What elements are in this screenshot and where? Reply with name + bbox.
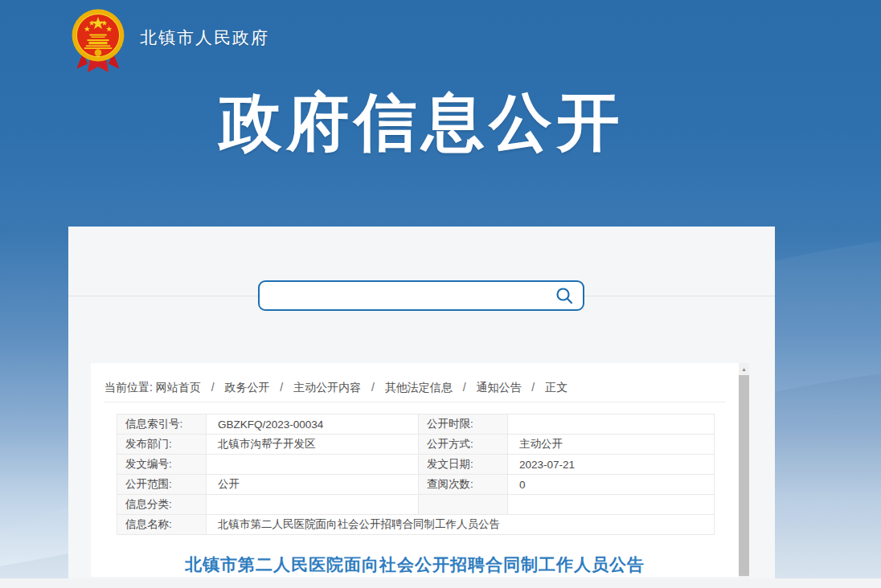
meta-value [207, 455, 419, 475]
meta-label: 信息索引号: [117, 414, 207, 435]
breadcrumb-item-active-disclosure[interactable]: 主动公开内容 [293, 381, 361, 394]
meta-label: 公开时限: [419, 414, 508, 435]
table-row: 发文编号: 发文日期: 2023-07-21 [117, 455, 715, 475]
site-brand[interactable]: 北镇市人民政府 [69, 5, 269, 76]
breadcrumb-item-current: 正文 [545, 381, 568, 394]
meta-value: 0 [508, 475, 715, 495]
meta-label: 公开范围: [117, 475, 207, 495]
meta-value: GBZKFQ/2023-00034 [207, 414, 419, 435]
meta-label: 公开方式: [419, 435, 508, 455]
national-emblem-logo [69, 6, 127, 75]
meta-label: 查阅次数: [419, 475, 508, 495]
meta-value: 北镇市沟帮子开发区 [207, 435, 419, 455]
meta-label: 发文日期: [419, 455, 508, 475]
meta-value [508, 495, 715, 515]
search-box [258, 280, 584, 311]
breadcrumb-item-home[interactable]: 网站首页 [156, 381, 201, 394]
breadcrumb-item-gov-open[interactable]: 政务公开 [224, 381, 269, 394]
meta-value: 公开 [207, 475, 419, 495]
meta-value [207, 495, 419, 515]
article-scroll-area: 当前位置: 网站首页 / 政务公开 / 主动公开内容 / 其他法定信息 / 通知… [91, 363, 749, 577]
table-row: 信息名称: 北镇市第二人民医院面向社会公开招聘合同制工作人员公告 [117, 515, 715, 535]
info-meta-table: 信息索引号: GBZKFQ/2023-00034 公开时限: 发布部门: 北镇市… [117, 414, 715, 535]
table-row: 发布部门: 北镇市沟帮子开发区 公开方式: 主动公开 [117, 435, 715, 455]
breadcrumb-item-notices[interactable]: 通知公告 [476, 381, 521, 394]
meta-label: 发布部门: [117, 435, 207, 455]
site-name: 北镇市人民政府 [140, 27, 269, 49]
breadcrumb: 当前位置: 网站首页 / 政务公开 / 主动公开内容 / 其他法定信息 / 通知… [91, 363, 739, 394]
scrollbar-up-arrow-icon[interactable]: ▲ [739, 363, 749, 375]
meta-value [508, 414, 715, 435]
breadcrumb-item-other-legal-info[interactable]: 其他法定信息 [385, 381, 453, 394]
meta-label [419, 495, 508, 515]
table-row: 信息索引号: GBZKFQ/2023-00034 公开时限: [117, 414, 715, 435]
meta-label: 信息分类: [117, 495, 207, 515]
breadcrumb-divider [104, 402, 726, 402]
inner-scrollbar[interactable]: ▲ [739, 363, 749, 578]
meta-label: 信息名称: [117, 515, 207, 535]
breadcrumb-separator: / [280, 381, 283, 394]
search-icon [555, 286, 574, 305]
breadcrumb-separator: / [211, 381, 215, 394]
content-panel: 当前位置: 网站首页 / 政务公开 / 主动公开内容 / 其他法定信息 / 通知… [68, 227, 775, 578]
page-title: 政府信息公开 [68, 85, 775, 159]
meta-value: 主动公开 [508, 435, 715, 455]
breadcrumb-separator: / [371, 381, 375, 394]
table-row: 信息分类: [117, 495, 715, 515]
article-title: 北镇市第二人民医院面向社会公开招聘合同制工作人员公告 [91, 553, 739, 576]
article-content-box: 当前位置: 网站首页 / 政务公开 / 主动公开内容 / 其他法定信息 / 通知… [91, 363, 739, 577]
table-row: 公开范围: 公开 查阅次数: 0 [117, 475, 715, 495]
meta-value-info-name: 北镇市第二人民医院面向社会公开招聘合同制工作人员公告 [207, 515, 715, 535]
search-button[interactable] [554, 286, 575, 307]
search-input[interactable] [260, 282, 583, 309]
scrollbar-thumb[interactable] [739, 375, 749, 576]
meta-value: 2023-07-21 [508, 455, 715, 475]
breadcrumb-label: 当前位置: [104, 381, 153, 394]
breadcrumb-separator: / [463, 381, 466, 394]
meta-label: 发文编号: [117, 455, 207, 475]
breadcrumb-separator: / [531, 381, 535, 394]
